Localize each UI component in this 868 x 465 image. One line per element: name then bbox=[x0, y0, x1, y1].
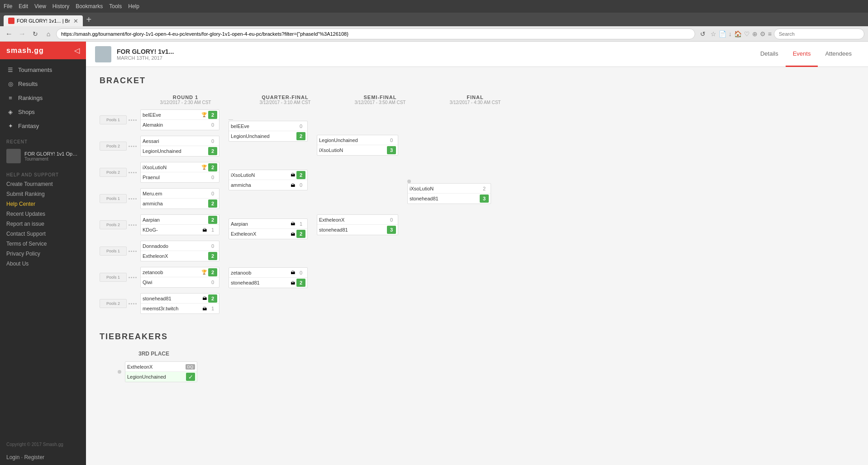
player-r1m3-p1-name: iXsoLutioN bbox=[143, 165, 200, 170]
player-qf4-p1-score: 0 bbox=[296, 269, 305, 277]
player-r1m3-p1[interactable]: iXsoLutioN 🏆 2 bbox=[141, 162, 219, 172]
url-input[interactable] bbox=[56, 28, 695, 39]
menu-view[interactable]: View bbox=[34, 3, 46, 9]
recent-info: FOR GLORY! 1v1 Open #... Tournament bbox=[24, 151, 79, 161]
search-input[interactable] bbox=[774, 28, 864, 39]
reload-btn-2[interactable]: ↺ bbox=[697, 28, 708, 39]
sidebar-item-shops[interactable]: ◈ Shops bbox=[0, 105, 86, 119]
menu-history[interactable]: History bbox=[52, 3, 69, 9]
player-final-p2[interactable]: stonehead81 3 bbox=[408, 194, 491, 204]
player-r1m3-p2[interactable]: Praenul 0 bbox=[141, 172, 219, 182]
sidebar-collapse-icon[interactable]: ◁ bbox=[74, 46, 80, 55]
player-r1m5-p2[interactable]: KDoG- 🏔 1 bbox=[141, 225, 219, 235]
menu-edit[interactable]: Edit bbox=[19, 3, 28, 9]
player-r1m1-p2[interactable]: Alemakin 0 bbox=[141, 120, 219, 130]
tab-close-icon[interactable]: ✕ bbox=[73, 18, 78, 24]
sidebar-logo[interactable]: smash.gg bbox=[6, 47, 44, 55]
recent-updates-link[interactable]: Recent Updates bbox=[0, 209, 86, 219]
home-button[interactable]: ⌂ bbox=[43, 28, 54, 39]
match-r1-7-box: zetanoob 🏆 2 Qiwi 0 bbox=[140, 267, 219, 288]
tab-details[interactable]: Details bbox=[753, 42, 786, 67]
qf-date: 3/12/2017 - 3:10 AM CST bbox=[240, 100, 330, 105]
register-link[interactable]: Register bbox=[24, 454, 44, 460]
menu-icon[interactable]: ≡ bbox=[768, 30, 772, 38]
player-qf3-p2-score: 2 bbox=[296, 230, 305, 238]
home2-icon[interactable]: 🏠 bbox=[734, 30, 742, 38]
submit-ranking-link[interactable]: Submit Ranking bbox=[0, 189, 86, 199]
sidebar-item-results[interactable]: ◎ Results bbox=[0, 77, 86, 91]
sidebar-item-tournaments[interactable]: ☰ Tournaments bbox=[0, 63, 86, 77]
match-qf-2: iXsoLutioN 🏔 2 ammicha 🏔 0 bbox=[229, 170, 308, 190]
player-r1m4-p1-name: Meru.em bbox=[143, 191, 207, 196]
browser-tab[interactable]: FOR GLORY! 1v1... | Br ✕ bbox=[4, 15, 83, 26]
player-qf3-p2-icon: 🏔 bbox=[291, 232, 295, 237]
tb-player1[interactable]: ExtheleonX DQ bbox=[125, 362, 197, 372]
player-r1m4-p1[interactable]: Meru.em 0 bbox=[141, 189, 219, 199]
sidebar-item-rankings[interactable]: ≡ Rankings bbox=[0, 91, 86, 105]
settings-icon[interactable]: ⚙ bbox=[760, 30, 766, 38]
player-qf1-p2-name: LegionUnchained bbox=[231, 133, 295, 139]
player-qf4-p1[interactable]: zetanoob 🏔 0 bbox=[229, 268, 307, 278]
browser-menus[interactable]: File Edit View History Bookmarks Tools H… bbox=[4, 3, 139, 9]
sidebar-item-fantasy[interactable]: ✦ Fantasy bbox=[0, 119, 86, 133]
player-r1m8-p2[interactable]: meemst3r.twitch 🏔 1 bbox=[141, 304, 219, 313]
player-r1m5-p2-name: KDoG- bbox=[143, 227, 201, 232]
player-r1m7-p1[interactable]: zetanoob 🏆 2 bbox=[141, 267, 219, 277]
terms-link[interactable]: Terms of Service bbox=[0, 239, 86, 249]
match-r1-6-box: Donnadodo 0 ExtheleonX 2 bbox=[140, 241, 219, 261]
player-sf2-p2[interactable]: stonehead81 3 bbox=[317, 225, 398, 235]
back-button[interactable]: ← bbox=[4, 28, 14, 39]
ext-icon[interactable]: ⊕ bbox=[752, 30, 758, 38]
menu-bookmarks[interactable]: Bookmarks bbox=[76, 3, 103, 9]
recent-item[interactable]: FOR GLORY! 1v1 Open #... Tournament bbox=[0, 146, 86, 166]
download-icon[interactable]: ↓ bbox=[729, 30, 732, 38]
heart-icon[interactable]: ♡ bbox=[744, 30, 750, 38]
reader-icon[interactable]: 📄 bbox=[719, 30, 726, 38]
help-center-link[interactable]: Help Center bbox=[0, 199, 86, 209]
player-qf3-p1[interactable]: Aarpian 🏔 1 bbox=[229, 219, 307, 229]
tab-events[interactable]: Events bbox=[786, 42, 818, 67]
sidebar-nav: ☰ Tournaments ◎ Results ≡ Rankings ◈ Sho… bbox=[0, 59, 86, 137]
create-tournament-link[interactable]: Create Tournament bbox=[0, 179, 86, 189]
player-r1m2-p2[interactable]: LegionUnchained 2 bbox=[141, 146, 219, 156]
player-r1m6-p1[interactable]: Donnadodo 0 bbox=[141, 241, 219, 251]
player-sf2-p1[interactable]: ExtheleonX 0 bbox=[317, 215, 398, 225]
report-issue-link[interactable]: Report an issue bbox=[0, 219, 86, 229]
player-r1m7-p2[interactable]: Qiwi 0 bbox=[141, 277, 219, 287]
player-r1m8-p1[interactable]: stonehead81 🏔 2 bbox=[141, 294, 219, 304]
player-qf1-p1[interactable]: belEEve 0 bbox=[229, 121, 307, 131]
login-link[interactable]: Login bbox=[6, 454, 19, 460]
player-qf4-p2[interactable]: stonehead81 🏔 2 bbox=[229, 278, 307, 288]
player-r1m1-p2-score: 0 bbox=[208, 121, 217, 129]
menu-tools[interactable]: Tools bbox=[109, 3, 122, 9]
tab-attendees[interactable]: Attendees bbox=[818, 42, 859, 67]
player-qf2-p2[interactable]: ammicha 🏔 0 bbox=[229, 180, 307, 190]
player-r1m1-p1[interactable]: belEEve 🏆 2 bbox=[141, 110, 219, 120]
player-r1m5-p1[interactable]: Aarpian 2 bbox=[141, 215, 219, 225]
player-final-p2-score: 3 bbox=[480, 195, 489, 203]
player-r1m2-p1-name: Aessari bbox=[143, 138, 207, 144]
player-qf2-p1[interactable]: iXsoLutioN 🏔 2 bbox=[229, 170, 307, 180]
match-qf-4-box: zetanoob 🏔 0 stonehead81 🏔 2 bbox=[229, 267, 308, 288]
player-r1m4-p2[interactable]: ammicha 2 bbox=[141, 199, 219, 209]
about-link[interactable]: About Us bbox=[0, 259, 86, 269]
new-tab-button[interactable]: + bbox=[86, 14, 92, 25]
player-r1m6-p2[interactable]: ExtheleonX 2 bbox=[141, 251, 219, 261]
privacy-link[interactable]: Privacy Policy bbox=[0, 249, 86, 259]
bookmark-icon[interactable]: ☆ bbox=[711, 30, 716, 38]
player-final-p1[interactable]: iXsoLutioN 2 bbox=[408, 184, 491, 194]
player-qf1-p2[interactable]: LegionUnchained 2 bbox=[229, 131, 307, 141]
player-qf3-p2[interactable]: ExtheleonX 🏔 2 bbox=[229, 229, 307, 239]
reload-button[interactable]: ↻ bbox=[30, 28, 41, 39]
forward-button[interactable]: → bbox=[17, 28, 28, 39]
menu-file[interactable]: File bbox=[4, 3, 12, 9]
player-sf1-p2[interactable]: iXsoLutioN 3 bbox=[317, 145, 398, 155]
tb-player2[interactable]: LegionUnchained ✓ bbox=[125, 372, 197, 382]
match-sf-1-box: LegionUnchained 0 iXsoLutioN 3 bbox=[317, 135, 398, 156]
contact-support-link[interactable]: Contact Support bbox=[0, 229, 86, 239]
match-r1-1-box: belEEve 🏆 2 Alemakin 0 bbox=[140, 109, 219, 130]
player-r1m2-p1[interactable]: Aessari 0 bbox=[141, 136, 219, 146]
player-sf1-p1-score: 0 bbox=[387, 136, 396, 144]
player-sf1-p1[interactable]: LegionUnchained 0 bbox=[317, 135, 398, 145]
menu-help[interactable]: Help bbox=[128, 3, 139, 9]
